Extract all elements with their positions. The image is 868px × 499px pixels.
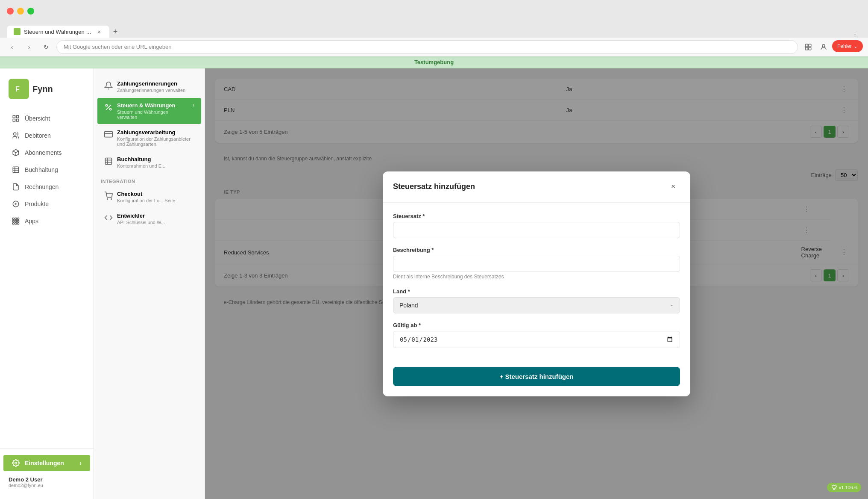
submit-add-tax-rate-button[interactable]: + Steuersatz hinzufügen	[393, 367, 680, 386]
svg-rect-21	[15, 218, 17, 220]
svg-line-30	[106, 105, 111, 110]
svg-rect-9	[17, 115, 19, 118]
error-label: Fehler	[837, 43, 852, 49]
land-select[interactable]: Poland Germany Austria Switzerland	[393, 297, 680, 313]
svg-rect-13	[13, 167, 19, 173]
new-tab-button[interactable]: +	[109, 26, 121, 38]
sidebar-nav: Übersicht Debitoren Abonnements Buchhalt…	[0, 109, 94, 449]
version-badge[interactable]: v1.106.6	[827, 483, 861, 492]
svg-rect-28	[18, 223, 19, 224]
svg-rect-8	[13, 115, 15, 118]
tab-close-button[interactable]: ✕	[96, 28, 103, 35]
modal-close-button[interactable]: ×	[666, 180, 680, 194]
sidebar-item-uebersicht[interactable]: Übersicht	[3, 110, 90, 127]
apps-icon	[12, 217, 20, 225]
reload-button[interactable]: ↻	[39, 40, 53, 54]
settings-nav-steuern-subtitle: Steuern und Währungen verwalten	[117, 109, 188, 120]
svg-rect-3	[805, 47, 808, 50]
form-group-steuersatz: Steuersatz *	[393, 213, 680, 238]
svg-point-31	[106, 104, 107, 106]
users-icon	[12, 132, 20, 139]
form-group-beschreibung: Beschreibung * Dient als interne Beschre…	[393, 247, 680, 280]
sidebar-label-uebersicht: Übersicht	[25, 115, 50, 122]
sidebar-label-abonnements: Abonnements	[25, 149, 62, 156]
settings-nav-zahlungserinnerungen[interactable]: Zahlungserinnerungen Zahlungserinnerunge…	[97, 76, 201, 97]
browser-toolbar: ‹ › ↻ Mit Google suchen oder eine URL ei…	[0, 38, 868, 56]
browser-titlebar	[0, 0, 868, 22]
sidebar-label-einstellungen: Einstellungen	[25, 460, 64, 467]
svg-rect-25	[18, 220, 19, 222]
user-name: Demo 2 User	[9, 476, 85, 483]
svg-rect-1	[805, 44, 808, 47]
bell-icon	[104, 81, 113, 90]
settings-sidebar: Zahlungserinnerungen Zahlungserinnerunge…	[94, 68, 205, 499]
sidebar-item-apps[interactable]: Apps	[3, 213, 90, 229]
settings-nav-steuern-waehrungen[interactable]: Steuern & Währungen Steuern und Währunge…	[97, 98, 201, 124]
buchhaltung-icon	[104, 157, 113, 165]
beschreibung-input[interactable]	[393, 256, 680, 272]
settings-icon	[12, 459, 20, 467]
sidebar-item-rechnungen[interactable]: Rechnungen	[3, 179, 90, 195]
sidebar-item-produkte[interactable]: Produkte	[3, 196, 90, 212]
modal-header: Steuersatz hinzufügen ×	[383, 171, 690, 203]
close-window-button[interactable]	[7, 8, 14, 15]
address-bar[interactable]: Mit Google suchen oder eine URL eingeben	[56, 40, 798, 54]
sidebar-label-debitoren: Debitoren	[25, 132, 51, 139]
sidebar-label-produkte: Produkte	[25, 201, 49, 207]
svg-rect-11	[17, 119, 19, 121]
user-email: demo2@fynn.eu	[9, 483, 85, 488]
svg-rect-22	[18, 218, 19, 220]
svg-rect-0	[15, 30, 19, 34]
settings-nav-buchhaltung[interactable]: Buchhaltung Kontenrahmen und E...	[97, 152, 201, 173]
extensions-button[interactable]	[801, 40, 815, 54]
package-icon	[12, 149, 20, 156]
sidebar-item-einstellungen[interactable]: Einstellungen ›	[3, 455, 90, 471]
gueltig-ab-label: Gültig ab *	[393, 322, 680, 328]
steuersatz-input[interactable]	[393, 222, 680, 238]
form-group-land: Land * Poland Germany Austria Switzerlan…	[393, 288, 680, 313]
integration-section-title: Integration	[94, 174, 205, 186]
sidebar-logo: F Fynn	[0, 75, 94, 109]
modal-footer: + Steuersatz hinzufügen	[383, 367, 690, 396]
forward-button[interactable]: ›	[22, 40, 36, 54]
svg-point-40	[111, 199, 112, 200]
sidebar-label-apps: Apps	[25, 218, 38, 224]
svg-rect-33	[105, 131, 112, 137]
settings-nav-checkout-title: Checkout	[117, 191, 175, 197]
error-chevron: ⌄	[853, 43, 858, 49]
sidebar-item-buchhaltung[interactable]: Buchhaltung	[3, 162, 90, 178]
user-info: Demo 2 User demo2@fynn.eu	[0, 472, 94, 492]
browser-menu-icon[interactable]: ⋮	[852, 31, 858, 38]
settings-nav-steuern-title: Steuern & Währungen	[117, 102, 188, 109]
svg-rect-2	[809, 44, 811, 47]
minimize-window-button[interactable]	[17, 8, 24, 15]
form-group-gueltig-ab: Gültig ab *	[393, 322, 680, 348]
svg-point-12	[14, 133, 16, 135]
logo-icon: F	[9, 79, 29, 99]
profile-button[interactable]	[817, 40, 830, 54]
modal-title: Steuersatz hinzufügen	[393, 182, 475, 191]
modal-add-tax-rate: Steuersatz hinzufügen × Steuersatz * Bes…	[383, 171, 690, 396]
svg-point-29	[15, 462, 17, 464]
modal-overlay: Steuersatz hinzufügen × Steuersatz * Bes…	[205, 68, 868, 499]
browser-actions: Fehler ⌄	[801, 40, 863, 54]
fullscreen-window-button[interactable]	[27, 8, 34, 15]
svg-point-39	[107, 199, 108, 200]
steuersatz-label: Steuersatz *	[393, 213, 680, 219]
app-container: F Fynn Übersicht Debitoren Abonnements B…	[0, 68, 868, 499]
settings-nav-checkout[interactable]: Checkout Konfiguration der Lo... Seite	[97, 186, 201, 207]
settings-nav-entwickler[interactable]: Entwickler API-Schlüssel und W...	[97, 208, 201, 229]
sidebar-label-buchhaltung: Buchhaltung	[25, 166, 58, 173]
tab-title: Steuern und Währungen - Fynn	[24, 29, 92, 35]
settings-nav-zahlungsverarbeitung-title: Zahlungsverarbeitung	[117, 129, 194, 136]
settings-nav-zahlungsverarbeitung[interactable]: Zahlungsverarbeitung Konfiguration der Z…	[97, 125, 201, 151]
browser-tab-active[interactable]: Steuern und Währungen - Fynn ✕	[7, 26, 109, 38]
svg-rect-23	[13, 220, 15, 222]
settings-nav-entwickler-title: Entwickler	[117, 213, 165, 219]
error-button[interactable]: Fehler ⌄	[832, 40, 863, 52]
back-button[interactable]: ‹	[5, 40, 19, 54]
gueltig-ab-input[interactable]	[393, 331, 680, 348]
code-icon	[104, 213, 113, 222]
sidebar-item-abonnements[interactable]: Abonnements	[3, 145, 90, 161]
sidebar-item-debitoren[interactable]: Debitoren	[3, 127, 90, 144]
